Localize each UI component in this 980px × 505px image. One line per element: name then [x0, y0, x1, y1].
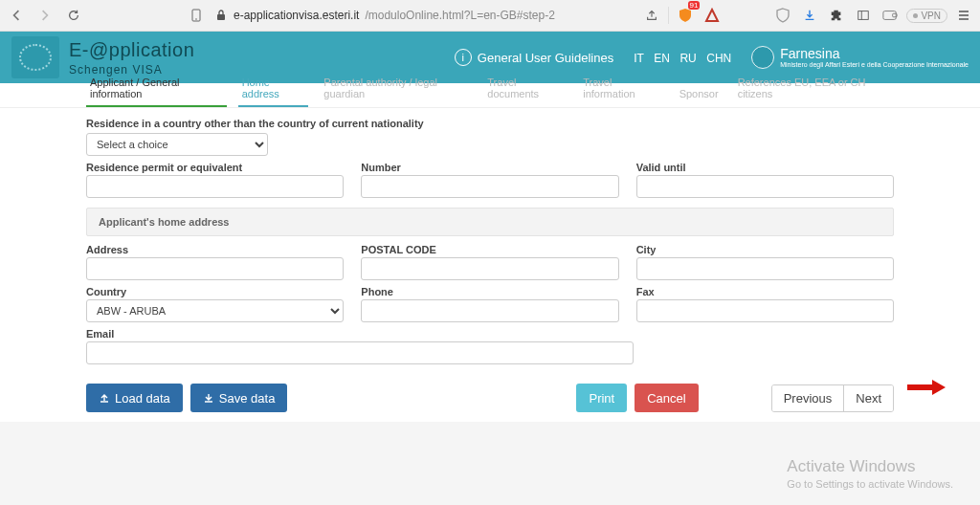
- download-icon[interactable]: [799, 5, 820, 26]
- residence-other-select[interactable]: Select a choice: [86, 133, 268, 156]
- guidelines-label: General User Guidelines: [478, 51, 613, 65]
- svg-rect-2: [217, 14, 225, 20]
- tab-parental[interactable]: Parental authority / legal guardian: [320, 71, 472, 107]
- tab-general-info[interactable]: Applicant / General information: [86, 71, 227, 107]
- watermark-title: Activate Windows: [787, 457, 953, 476]
- next-button[interactable]: Next: [843, 385, 893, 411]
- step-tabs: Applicant / General information Home add…: [0, 83, 980, 108]
- wallet-icon[interactable]: [880, 5, 901, 26]
- svg-rect-7: [907, 384, 932, 390]
- farnesina-logo: Farnesina Ministero degli Affari Esteri …: [751, 46, 969, 69]
- city-label: City: [636, 244, 894, 255]
- email-input[interactable]: [86, 341, 634, 364]
- url-path: /moduloOnline.html?L=en-GB#step-2: [365, 9, 554, 22]
- language-switcher: IT EN RU CHN: [631, 49, 734, 66]
- fax-input[interactable]: [636, 299, 894, 322]
- lock-icon: [214, 9, 228, 22]
- windows-activation-watermark: Activate Windows Go to Settings to activ…: [787, 457, 953, 490]
- nav-back-icon[interactable]: [6, 5, 27, 26]
- watermark-sub: Go to Settings to activate Windows.: [787, 478, 953, 490]
- download-small-icon: [203, 392, 214, 404]
- phone-input[interactable]: [361, 299, 618, 322]
- action-buttons: Load data Save data Print Cancel Previou…: [0, 370, 980, 412]
- lang-it[interactable]: IT: [634, 52, 644, 65]
- city-input[interactable]: [636, 257, 894, 280]
- save-data-button[interactable]: Save data: [190, 384, 288, 412]
- svg-rect-3: [858, 11, 869, 20]
- address-label: Address: [86, 244, 344, 255]
- farnesina-sub: Ministero degli Affari Esteri e della Co…: [780, 61, 969, 69]
- brave-ext-icon[interactable]: [702, 5, 723, 26]
- valid-until-input[interactable]: [636, 175, 894, 198]
- farnesina-label: Farnesina: [780, 46, 969, 61]
- privacy-icon[interactable]: [772, 5, 793, 26]
- phone-label: Phone: [361, 286, 618, 297]
- vpn-label: VPN: [921, 11, 941, 21]
- postal-label: POSTAL CODE: [361, 244, 618, 255]
- permit-input[interactable]: [86, 175, 344, 198]
- svg-point-1: [195, 18, 197, 20]
- info-icon: i: [455, 49, 472, 66]
- cancel-button[interactable]: Cancel: [635, 384, 698, 412]
- previous-button[interactable]: Previous: [772, 385, 844, 411]
- valid-until-label: Valid until: [636, 162, 894, 173]
- hamburger-icon[interactable]: [953, 5, 974, 26]
- tab-home-address[interactable]: Home address: [238, 71, 309, 107]
- address-input[interactable]: [86, 257, 344, 280]
- permit-label: Residence permit or equivalent: [86, 162, 344, 173]
- tab-travel-docs[interactable]: Travel documents: [483, 71, 568, 107]
- fax-label: Fax: [636, 286, 894, 297]
- reload-icon[interactable]: [63, 5, 84, 26]
- country-label: Country: [86, 286, 344, 297]
- residence-other-label: Residence in a country other than the co…: [86, 118, 894, 129]
- tab-travel-info[interactable]: Travel information: [579, 71, 663, 107]
- browser-toolbar: e-applicationvisa.esteri.it/moduloOnline…: [0, 0, 980, 32]
- vpn-dot-icon: [913, 13, 918, 18]
- address-bar[interactable]: e-applicationvisa.esteri.it/moduloOnline…: [214, 9, 634, 22]
- eu-emblem-icon: [11, 36, 59, 78]
- country-select[interactable]: ABW - ARUBA: [86, 299, 344, 322]
- nav-forward-icon[interactable]: [34, 5, 56, 26]
- sidebar-icon[interactable]: [853, 5, 874, 26]
- main-content: Applicant / General information Home add…: [0, 83, 980, 422]
- lang-ru[interactable]: RU: [679, 52, 696, 65]
- print-button[interactable]: Print: [576, 384, 627, 412]
- home-address-panel-title: Applicant's home address: [86, 208, 894, 236]
- farnesina-emblem-icon: [751, 46, 774, 69]
- guidelines-link[interactable]: i General User Guidelines: [455, 49, 613, 66]
- upload-icon: [99, 392, 110, 404]
- extensions-icon[interactable]: [826, 5, 847, 26]
- number-label: Number: [361, 162, 618, 173]
- tab-references[interactable]: References EU, EEA or CH citizens: [734, 71, 894, 107]
- email-label: Email: [86, 328, 634, 340]
- load-data-button[interactable]: Load data: [86, 384, 183, 412]
- number-input[interactable]: [361, 175, 618, 198]
- vpn-indicator[interactable]: VPN: [906, 9, 947, 23]
- svg-rect-5: [883, 11, 896, 20]
- tab-sponsor[interactable]: Sponsor: [676, 82, 723, 107]
- brand-title: E-@pplication: [69, 39, 194, 61]
- url-host: e-applicationvisa.esteri.it: [234, 9, 359, 22]
- shield-ext-icon[interactable]: 91: [675, 5, 696, 26]
- postal-input[interactable]: [361, 257, 618, 280]
- tablet-icon[interactable]: [186, 5, 207, 26]
- ext-badge: 91: [688, 1, 701, 10]
- lang-en[interactable]: EN: [654, 52, 670, 65]
- share-icon[interactable]: [641, 5, 662, 26]
- lang-chn[interactable]: CHN: [706, 52, 731, 65]
- pager: Previous Next: [771, 384, 894, 412]
- annotation-arrow-icon: [907, 380, 946, 395]
